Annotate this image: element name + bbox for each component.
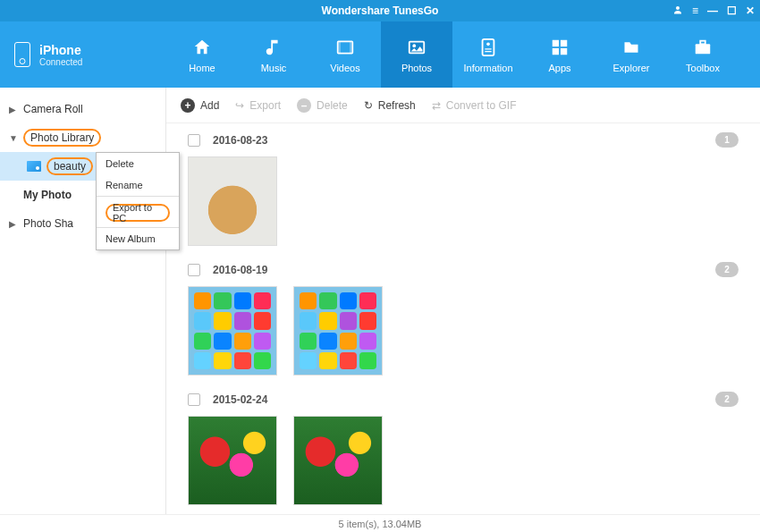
nav-toolbox[interactable]: Toolbox [667,21,739,88]
svg-rect-9 [561,39,567,46]
photo-group: 2016-08-23 1 [188,132,739,246]
nav-explorer[interactable]: Explorer [595,21,667,88]
sidebar-photo-library[interactable]: ▼ Photo Library [0,123,165,152]
toolbar-convert[interactable]: ⇄Convert to GIF [432,99,517,112]
photo-thumbnail[interactable] [188,286,277,376]
svg-rect-8 [553,39,559,46]
nav-videos[interactable]: Videos [309,21,381,88]
toolbar-refresh[interactable]: ↻Refresh [364,99,416,112]
status-bar: 5 item(s), 13.04MB [0,514,760,532]
device-panel[interactable]: iPhone Connected [0,21,166,88]
convert-icon: ⇄ [432,99,441,112]
menu-icon[interactable]: ≡ [692,4,698,17]
group-count-badge: 2 [715,392,739,407]
plus-icon: + [181,98,195,113]
svg-rect-13 [700,40,705,44]
export-icon: ↪ [235,99,244,112]
toolbar-export-label: Export [249,99,281,112]
group-count-badge: 2 [715,262,739,277]
group-checkbox[interactable] [188,264,200,276]
svg-rect-11 [561,47,567,54]
chevron-right-icon: ▶ [9,105,18,114]
toolbox-icon [690,37,715,58]
top-navigation: iPhone Connected Home Music Videos Photo… [0,21,760,88]
photo-thumbnail[interactable] [293,286,383,376]
svg-rect-2 [338,41,341,53]
svg-point-7 [486,42,490,46]
nav-photos[interactable]: Photos [381,21,452,88]
group-thumbs [188,156,739,246]
context-rename-label: Rename [106,180,143,190]
device-status: Connected [39,57,82,67]
maximize-icon[interactable]: ☐ [727,4,737,17]
photo-group: 2015-02-24 2 [188,392,739,505]
svg-point-0 [676,6,680,10]
group-header: 2016-08-23 1 [188,132,739,148]
group-checkbox[interactable] [188,134,200,147]
group-header: 2015-02-24 2 [188,392,739,407]
sidebar-my-photo-label: My Photo [23,189,72,201]
nav-items: Home Music Videos Photos Information App… [166,21,760,88]
nav-music[interactable]: Music [238,21,309,88]
refresh-icon: ↻ [364,99,373,112]
sidebar-photo-sha-label: Photo Sha [23,217,73,230]
photo-group: 2016-08-19 2 [188,262,739,376]
context-export-pc-label: Export to PC [106,204,170,222]
toolbar-delete-label: Delete [317,99,348,112]
toolbar-refresh-label: Refresh [378,99,416,112]
content: +Add ↪Export –Delete ↻Refresh ⇄Convert t… [166,88,760,514]
videos-icon [333,37,358,58]
sidebar-photo-library-label: Photo Library [23,129,101,147]
device-text: iPhone Connected [39,43,82,67]
nav-videos-label: Videos [330,63,359,73]
app-title: Wondershare TunesGo [322,4,439,17]
nav-apps-label: Apps [548,63,570,73]
sidebar-camera-roll-label: Camera Roll [23,103,83,115]
toolbar-add[interactable]: +Add [181,98,219,113]
context-export-pc[interactable]: Export to PC [97,196,179,227]
group-thumbs [188,416,739,505]
music-icon [261,37,286,58]
nav-home-label: Home [189,63,215,73]
photos-icon [404,37,429,58]
information-icon [476,37,501,58]
sidebar-camera-roll[interactable]: ▶ Camera Roll [0,95,165,123]
chevron-right-icon: ▶ [9,219,18,229]
phone-icon [14,42,30,67]
svg-rect-10 [553,47,559,54]
status-text: 5 item(s), 13.04MB [339,519,422,529]
toolbar-export[interactable]: ↪Export [235,99,281,112]
minimize-icon[interactable]: — [707,4,718,17]
group-date: 2015-02-24 [213,393,267,406]
nav-information[interactable]: Information [452,21,524,88]
close-icon[interactable]: ✕ [746,4,755,17]
titlebar: Wondershare TunesGo ≡ — ☐ ✕ [0,0,760,21]
nav-apps[interactable]: Apps [524,21,595,88]
context-new-album-label: New Album [106,233,156,244]
album-icon [27,161,41,172]
device-name: iPhone [39,43,82,57]
group-checkbox[interactable] [188,393,200,406]
minus-icon: – [297,98,311,113]
context-rename[interactable]: Rename [97,174,179,196]
svg-point-5 [412,44,416,47]
window-controls: ≡ — ☐ ✕ [672,0,755,21]
context-menu: Delete Rename Export to PC New Album [96,152,180,250]
svg-rect-12 [696,44,711,54]
photo-thumbnail[interactable] [188,156,277,246]
nav-home[interactable]: Home [166,21,238,88]
photo-scroll-area[interactable]: 2016-08-23 1 2016-08-19 2 [166,123,760,514]
photo-thumbnail[interactable] [293,416,383,505]
user-icon[interactable] [672,4,683,18]
group-date: 2016-08-23 [213,134,267,147]
toolbar-delete[interactable]: –Delete [297,98,348,113]
context-delete[interactable]: Delete [97,153,179,174]
toolbar-add-label: Add [200,99,219,112]
toolbar-convert-label: Convert to GIF [446,99,517,112]
photo-thumbnail[interactable] [188,416,277,505]
nav-information-label: Information [463,63,512,73]
explorer-icon [619,37,644,58]
svg-rect-3 [350,41,352,53]
nav-explorer-label: Explorer [613,63,650,73]
context-new-album[interactable]: New Album [97,227,179,249]
